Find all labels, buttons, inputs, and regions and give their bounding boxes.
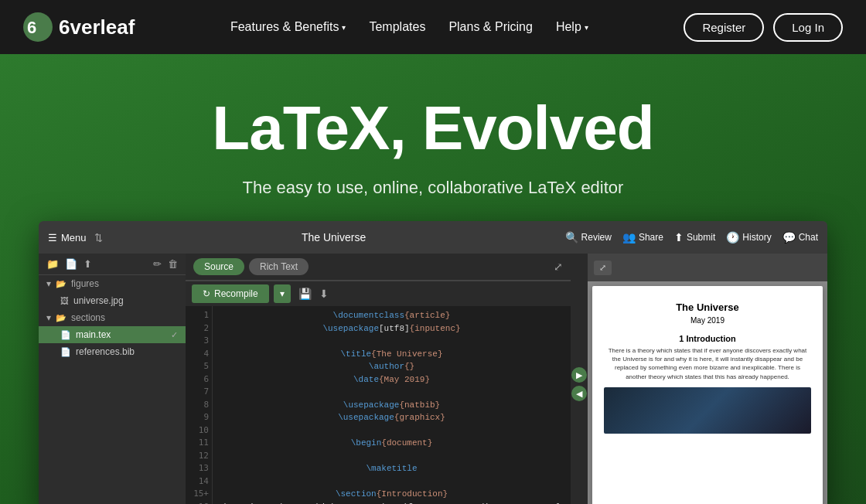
- save-icon[interactable]: 💾: [298, 288, 312, 300]
- logo-text: 6verleaf: [59, 15, 135, 39]
- share-label: Share: [639, 232, 663, 243]
- nav-templates-label: Templates: [369, 20, 425, 34]
- sync-right-button[interactable]: ▶: [571, 367, 587, 383]
- pdf-preview: ⤢ The Universe May 2019 1 Introduction T…: [588, 254, 827, 504]
- chat-label: Chat: [799, 232, 818, 243]
- nav-templates[interactable]: Templates: [361, 15, 433, 39]
- pdf-date: May 2019: [604, 316, 811, 325]
- submit-action[interactable]: ⬆ Submit: [674, 231, 715, 243]
- review-label: Review: [581, 232, 612, 243]
- new-folder-icon[interactable]: 📁: [46, 258, 59, 270]
- folder-sections[interactable]: ▾ 📂 sections: [39, 309, 186, 326]
- menu-button[interactable]: ☰ Menu: [48, 232, 87, 243]
- file-tree: 📁 📄 ⬆ ✏ 🗑 ▾ 📂 figures 🖼 universe.jpg: [39, 254, 186, 504]
- code-line-6: \date{May 2019}: [219, 373, 564, 387]
- nav-help[interactable]: Help ▾: [548, 15, 596, 39]
- pdf-expand-button[interactable]: ⤢: [594, 261, 612, 275]
- source-editor: Source Rich Text ⤢ ↻ Recompile ▾ 💾 ⬇: [186, 254, 571, 504]
- source-tabs-left: Source Rich Text: [193, 258, 309, 275]
- review-icon: 🔍: [565, 231, 578, 243]
- edit-icon[interactable]: ✏: [153, 258, 162, 270]
- file-jpg-icon: 🖼: [60, 296, 69, 305]
- folder-figures-icon: 📂: [56, 279, 66, 289]
- expand-icon[interactable]: ⤢: [554, 261, 563, 273]
- editor-body: 📁 📄 ⬆ ✏ 🗑 ▾ 📂 figures 🖼 universe.jpg: [39, 254, 827, 504]
- nav-help-label: Help: [556, 20, 581, 34]
- recompile-dropdown[interactable]: ▾: [274, 284, 291, 303]
- folder-sections-icon: 📂: [56, 313, 66, 323]
- nav-features-caret: ▾: [342, 23, 346, 32]
- nav-pricing-label: Plans & Pricing: [448, 20, 533, 34]
- file-universe-label: universe.jpg: [73, 295, 124, 306]
- login-button[interactable]: Log In: [773, 13, 843, 42]
- code-line-4: \title{The Universe}: [219, 348, 564, 361]
- folder-figures[interactable]: ▾ 📂 figures: [39, 275, 186, 292]
- code-line-9: \usepackage{graphicx}: [219, 411, 564, 424]
- history-action[interactable]: 🕐 History: [726, 231, 771, 243]
- pdf-text: There is a theory which states that if e…: [604, 346, 811, 381]
- file-tree-toolbar: 📁 📄 ⬆ ✏ 🗑: [39, 254, 186, 275]
- chat-icon: 💬: [782, 231, 796, 243]
- share-icon: 👥: [622, 231, 636, 243]
- menu-label: Menu: [61, 232, 87, 243]
- file-main-tex[interactable]: 📄 main.tex ✓: [39, 326, 186, 343]
- nav-features-label: Features & Benefits: [230, 20, 339, 34]
- line-numbers: 123456789101112131415+16171819+: [186, 306, 213, 504]
- code-line-2: \usepackage[utf8]{inputenc}: [219, 322, 564, 335]
- folder-sections-arrow: ▾: [46, 312, 51, 323]
- register-button[interactable]: Register: [684, 13, 764, 42]
- review-action[interactable]: 🔍 Review: [565, 231, 612, 243]
- editor-doc-title: The Universe: [103, 231, 565, 243]
- sync-left-button[interactable]: ◀: [571, 386, 587, 401]
- folder-figures-arrow: ▾: [46, 278, 51, 289]
- sort-icon[interactable]: ⇅: [94, 232, 103, 243]
- code-line-3: [219, 335, 564, 348]
- nav-links: Features & Benefits ▾ Templates Plans & …: [158, 15, 660, 39]
- code-content[interactable]: \documentclass{article} \usepackage[utf8…: [213, 306, 571, 504]
- pdf-image: [604, 387, 811, 434]
- sync-arrows: ▶ ◀: [571, 254, 588, 504]
- chat-action[interactable]: 💬 Chat: [782, 231, 818, 243]
- new-file-icon[interactable]: 📄: [65, 258, 77, 270]
- code-line-5: \author{}: [219, 360, 564, 373]
- history-icon: 🕐: [726, 231, 739, 243]
- recompile-spin-icon: ↻: [203, 288, 210, 299]
- code-area[interactable]: 123456789101112131415+16171819+ \documen…: [186, 306, 571, 504]
- code-line-11: \begin{document}: [219, 437, 564, 450]
- folder-figures-label: figures: [71, 278, 99, 289]
- nav-actions: Register Log In: [684, 13, 843, 42]
- code-line-12: [219, 450, 564, 463]
- topbar-left: ☰ Menu ⇅: [48, 232, 103, 243]
- code-line-10: [219, 424, 564, 438]
- recompile-button[interactable]: ↻ Recompile: [192, 284, 269, 303]
- nav-pricing[interactable]: Plans & Pricing: [441, 15, 540, 39]
- delete-icon[interactable]: 🗑: [168, 258, 178, 270]
- submit-label: Submit: [687, 232, 715, 243]
- logo[interactable]: 6 6verleaf: [23, 12, 135, 42]
- file-main-label: main.tex: [76, 329, 111, 340]
- download-icon[interactable]: ⬇: [319, 288, 329, 300]
- submit-icon: ⬆: [674, 231, 684, 243]
- upload-icon[interactable]: ⬆: [84, 258, 92, 270]
- code-line-15: \section{Introduction}: [219, 488, 564, 501]
- pdf-section: 1 Introduction: [604, 334, 811, 343]
- nav-features[interactable]: Features & Benefits ▾: [223, 15, 354, 39]
- file-universe-jpg[interactable]: 🖼 universe.jpg: [39, 292, 186, 309]
- share-action[interactable]: 👥 Share: [622, 231, 663, 243]
- pdf-content: The Universe May 2019 1 Introduction The…: [592, 286, 823, 504]
- pdf-toolbar: ⤢: [588, 254, 827, 281]
- hero-subtitle: The easy to use, online, collaborative L…: [15, 178, 851, 198]
- folder-sections-label: sections: [71, 312, 105, 323]
- richtext-tab[interactable]: Rich Text: [249, 258, 309, 275]
- file-references[interactable]: 📄 references.bib: [39, 343, 186, 360]
- file-active-indicator: ✓: [171, 330, 178, 340]
- source-tabs-right: ⤢: [554, 261, 563, 273]
- source-tab[interactable]: Source: [193, 258, 244, 275]
- code-line-8: \usepackage{natbib}: [219, 399, 564, 412]
- recompile-bar: ↻ Recompile ▾ 💾 ⬇: [186, 281, 571, 306]
- code-line-13: \maketitle: [219, 462, 564, 475]
- file-references-label: references.bib: [76, 346, 135, 357]
- editor-mockup: ☰ Menu ⇅ The Universe 🔍 Review 👥 Share ⬆…: [39, 221, 827, 504]
- code-line-7: [219, 386, 564, 399]
- navbar: 6 6verleaf Features & Benefits ▾ Templat…: [0, 0, 866, 54]
